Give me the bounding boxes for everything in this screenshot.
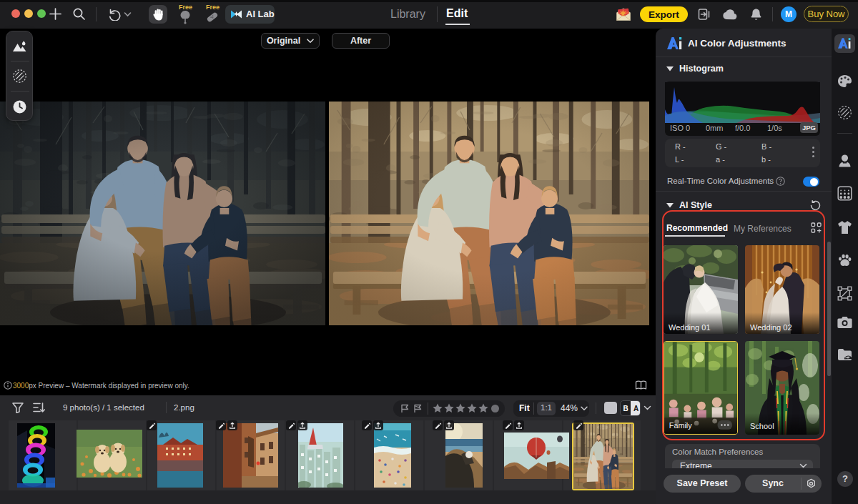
svg-text:Wedding 01: Wedding 01 bbox=[669, 323, 711, 332]
svg-text:School: School bbox=[750, 422, 774, 430]
svg-text:Wedding 02: Wedding 02 bbox=[750, 323, 792, 332]
svg-text:Family: Family bbox=[669, 421, 692, 430]
